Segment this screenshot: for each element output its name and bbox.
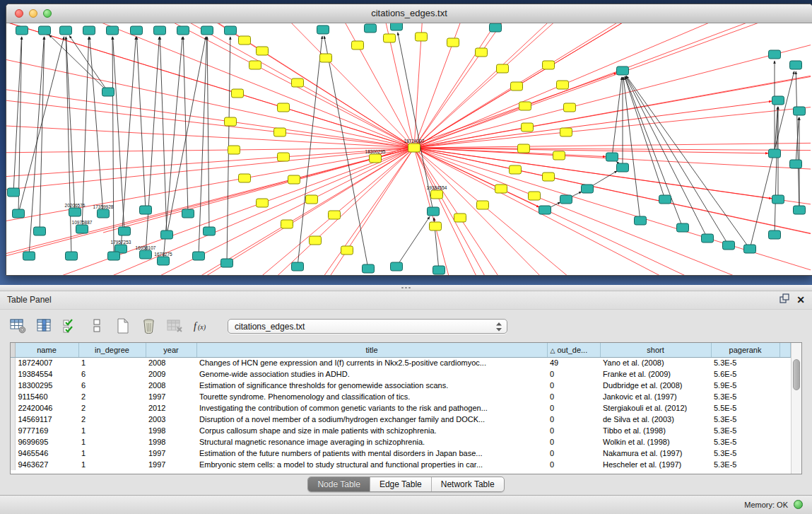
table-cell[interactable]: 2008 — [146, 357, 196, 368]
table-cell[interactable]: Estimation of the future numbers of pati… — [196, 448, 547, 459]
table-row[interactable]: 946362711997Embryonic stem cells: a mode… — [11, 459, 791, 470]
column-header-in-degree[interactable]: in_degree — [78, 343, 146, 357]
network-node[interactable]: 1678275 — [154, 252, 172, 266]
selected-network-node[interactable] — [511, 82, 523, 90]
network-node[interactable] — [66, 252, 78, 260]
float-panel-icon[interactable] — [779, 293, 789, 306]
table-cell[interactable]: 18300295 — [15, 380, 78, 391]
table-cell[interactable]: 1997 — [146, 459, 196, 470]
table-mode-icon[interactable] — [10, 318, 27, 334]
network-node[interactable] — [201, 26, 213, 35]
table-cell[interactable]: 1 — [78, 459, 146, 470]
table-cell[interactable]: Changes of HCN gene expression and I(f) … — [196, 357, 547, 368]
network-node[interactable] — [13, 209, 25, 218]
table-cell[interactable]: 9115460 — [15, 391, 78, 402]
network-node[interactable] — [702, 234, 714, 243]
table-row[interactable]: 1830029562008Estimation of significance … — [11, 380, 791, 391]
network-node[interactable] — [292, 262, 304, 271]
table-cell[interactable]: 5.3E-5 — [711, 425, 779, 436]
table-cell[interactable]: 18724007 — [15, 357, 78, 368]
network-node[interactable] — [790, 61, 802, 69]
network-node[interactable] — [490, 23, 502, 32]
network-node[interactable] — [560, 195, 572, 204]
network-node[interactable] — [794, 107, 806, 115]
table-row[interactable]: 1872400712008Changes of HCN gene express… — [11, 357, 791, 368]
table-cell[interactable]: 0 — [547, 436, 600, 448]
column-header-name[interactable]: name — [15, 343, 78, 357]
selected-network-node[interactable] — [495, 185, 507, 193]
table-cell[interactable]: 1 — [78, 448, 146, 459]
network-node[interactable] — [391, 262, 403, 271]
network-node[interactable] — [193, 252, 205, 260]
table-row[interactable]: 946554611997Estimation of the future num… — [11, 448, 791, 459]
panel-splitter[interactable] — [0, 285, 812, 291]
network-node[interactable] — [677, 223, 689, 232]
selected-network-node[interactable] — [278, 103, 290, 112]
selected-network-node[interactable] — [447, 38, 459, 47]
network-node[interactable] — [539, 206, 551, 214]
network-node[interactable] — [16, 26, 28, 35]
table-cell[interactable]: 2012 — [146, 402, 196, 414]
node-table[interactable]: namein_degreeyeartitle△out_de...shortpag… — [11, 343, 791, 470]
network-node[interactable] — [428, 207, 440, 216]
selected-network-node[interactable] — [278, 153, 290, 161]
table-cell[interactable]: Structural magnetic resonance image aver… — [196, 436, 547, 448]
selected-network-node[interactable] — [310, 236, 322, 245]
table-cell[interactable]: 1 — [78, 425, 146, 436]
network-node[interactable] — [790, 160, 802, 168]
table-row[interactable]: 1456911722003Disruption of a novel membe… — [11, 414, 791, 425]
network-node[interactable] — [102, 88, 114, 96]
table-cell[interactable]: 6 — [78, 368, 146, 380]
tab-edge-table[interactable]: Edge Table — [370, 477, 431, 491]
selected-network-node[interactable] — [329, 211, 341, 219]
table-cell[interactable]: 2 — [78, 414, 146, 425]
table-cell[interactable]: Tourette syndrome. Phenomenology and cla… — [196, 391, 547, 402]
network-node[interactable] — [107, 26, 119, 35]
selected-network-node[interactable] — [288, 175, 300, 184]
table-cell[interactable]: Nakamura et al. (1997) — [600, 448, 711, 459]
table-cell[interactable]: Genome-wide association studies in ADHD. — [196, 368, 547, 380]
network-node[interactable] — [131, 26, 143, 35]
selected-network-node[interactable] — [476, 48, 488, 57]
selected-network-node[interactable] — [519, 102, 531, 110]
network-node[interactable] — [772, 96, 784, 105]
selected-network-node[interactable] — [529, 192, 541, 200]
selected-network-node[interactable] — [522, 123, 534, 132]
selected-network-node[interactable] — [228, 146, 240, 154]
table-cell[interactable]: 9699695 — [15, 436, 78, 448]
network-node[interactable] — [723, 241, 735, 250]
network-node[interactable] — [635, 216, 647, 225]
table-cell[interactable]: 1997 — [146, 391, 196, 402]
table-cell[interactable]: 1998 — [146, 425, 196, 436]
table-cell[interactable]: 0 — [547, 402, 600, 414]
table-cell[interactable]: 2008 — [146, 380, 196, 391]
table-cell[interactable]: Disruption of a novel member of a sodium… — [196, 414, 547, 425]
network-node[interactable] — [363, 264, 375, 273]
network-node[interactable] — [433, 266, 445, 274]
network-node[interactable] — [39, 26, 51, 35]
table-cell[interactable]: Investigating the contribution of common… — [196, 402, 547, 414]
network-node[interactable] — [34, 227, 46, 235]
selected-network-node[interactable] — [454, 214, 466, 222]
network-node[interactable] — [119, 227, 131, 235]
network-node[interactable]: 10975887 — [72, 220, 93, 234]
network-node[interactable] — [769, 230, 781, 239]
network-node[interactable] — [769, 149, 781, 158]
table-cell[interactable]: 0 — [547, 391, 600, 402]
network-node[interactable] — [617, 66, 629, 75]
table-row[interactable]: 977716911998Corpus callosum shape and si… — [11, 425, 791, 436]
table-cell[interactable]: 0 — [547, 448, 600, 459]
network-node[interactable] — [23, 252, 35, 260]
table-cell[interactable]: 5.3E-5 — [711, 448, 779, 459]
table-cell[interactable]: 2003 — [146, 414, 196, 425]
network-node[interactable] — [582, 185, 594, 193]
network-node[interactable] — [83, 26, 95, 35]
selected-network-node[interactable] — [510, 165, 522, 174]
selected-network-node[interactable] — [292, 78, 304, 87]
network-node[interactable] — [391, 23, 403, 30]
create-column-icon[interactable] — [114, 318, 131, 334]
table-cell[interactable]: 5.3E-5 — [711, 391, 779, 402]
network-node[interactable] — [659, 195, 671, 204]
selected-network-node[interactable] — [560, 128, 572, 136]
table-cell[interactable]: 5.6E-5 — [711, 368, 779, 380]
